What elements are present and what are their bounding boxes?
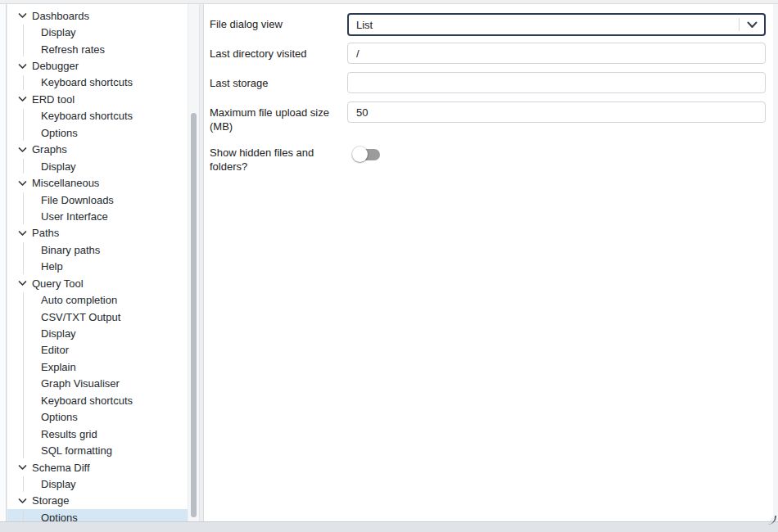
last-storage-input[interactable]: [347, 72, 766, 93]
chevron-down-icon[interactable]: [18, 96, 27, 102]
sidebar-item-miscellaneous-user-interface[interactable]: User Interface: [7, 208, 199, 224]
form-row-last-storage: Last storage: [210, 72, 766, 93]
sidebar-group-debugger[interactable]: Debugger: [7, 57, 199, 74]
sidebar-item-query-tool-explain[interactable]: Explain: [7, 358, 199, 375]
sidebar-group-label: Paths: [32, 227, 59, 239]
sidebar-group-children: Binary pathsHelp: [7, 241, 199, 275]
chevron-down-icon[interactable]: [18, 230, 27, 237]
form-row-show-hidden-files-and-folders: Show hidden files and folders?: [210, 142, 766, 174]
sidebar-item-query-tool-keyboard-shortcuts[interactable]: Keyboard shortcuts: [7, 392, 199, 408]
field-control: [347, 142, 766, 174]
sidebar-scrollbar[interactable]: [188, 4, 199, 521]
sidebar-item-label: Keyboard shortcuts: [41, 394, 133, 407]
preferences-form: File dialog viewListLast directory visit…: [210, 13, 766, 174]
form-row-maximum-file-upload-size-mb: Maximum file upload size (MB): [210, 101, 766, 133]
sidebar-item-debugger-keyboard-shortcuts[interactable]: Keyboard shortcuts: [7, 74, 199, 91]
sidebar-item-query-tool-editor[interactable]: Editor: [7, 342, 199, 358]
form-row-last-directory-visited: Last directory visited: [210, 43, 766, 64]
field-control: [347, 43, 766, 64]
sidebar-group-graphs[interactable]: Graphs: [7, 142, 199, 158]
preferences-form-panel: File dialog viewListLast directory visit…: [203, 4, 773, 521]
chevron-down-icon[interactable]: [18, 63, 27, 70]
sidebar-group-label: Debugger: [32, 60, 79, 72]
sidebar-item-miscellaneous-file-downloads[interactable]: File Downloads: [7, 192, 199, 208]
sidebar-item-graphs-display[interactable]: Display: [7, 158, 199, 174]
file-dialog-view-select[interactable]: List: [347, 13, 766, 36]
sidebar-group-schema-diff[interactable]: Schema Diff: [7, 459, 199, 476]
last-directory-visited-input[interactable]: [347, 43, 766, 64]
sidebar-item-label: Display: [41, 160, 76, 173]
sidebar-item-label: Options: [41, 411, 78, 423]
sidebar-group-label: Miscellaneous: [32, 177, 99, 189]
field-control: [347, 101, 766, 133]
sidebar-group-erd-tool[interactable]: ERD tool: [7, 91, 199, 107]
sidebar-group-children: Options: [7, 509, 199, 521]
sidebar-item-erd-tool-keyboard-shortcuts[interactable]: Keyboard shortcuts: [7, 108, 199, 124]
sidebar-item-label: SQL formatting: [41, 444, 112, 457]
sidebar-group-children: Keyboard shortcuts: [7, 74, 199, 91]
field-label-last-directory-visited: Last directory visited: [210, 43, 347, 64]
preferences-sidebar: DashboardsDisplayRefresh ratesDebuggerKe…: [7, 4, 200, 521]
sidebar-item-label: User Interface: [41, 210, 108, 223]
preferences-dialog: DashboardsDisplayRefresh ratesDebuggerKe…: [0, 0, 778, 532]
sidebar-item-schema-diff-display[interactable]: Display: [7, 476, 199, 492]
toggle-knob[interactable]: [352, 147, 368, 162]
sidebar-item-label: Binary paths: [41, 244, 100, 256]
chevron-down-icon[interactable]: [18, 12, 27, 19]
field-control: [347, 72, 766, 93]
sidebar-item-label: Auto completion: [41, 294, 117, 306]
window-right-edge: [773, 4, 778, 521]
sidebar-group-label: ERD tool: [32, 93, 75, 106]
maximum-file-upload-size-mb-input[interactable]: [347, 101, 766, 123]
sidebar-group-label: Graphs: [32, 143, 67, 156]
sidebar-group-label: Query Tool: [32, 277, 84, 290]
sidebar-item-storage-options[interactable]: Options: [7, 509, 199, 521]
sidebar-item-dashboards-refresh-rates[interactable]: Refresh rates: [7, 41, 199, 57]
sidebar-item-query-tool-auto-completion[interactable]: Auto completion: [7, 291, 199, 308]
sidebar-item-label: Graph Visualiser: [41, 377, 120, 390]
sidebar-item-paths-binary-paths[interactable]: Binary paths: [7, 241, 199, 258]
show-hidden-files-and-folders-toggle[interactable]: [352, 147, 380, 163]
sidebar-group-children: Keyboard shortcutsOptions: [7, 108, 199, 142]
sidebar-item-query-tool-options[interactable]: Options: [7, 409, 199, 426]
sidebar-item-label: CSV/TXT Output: [41, 311, 120, 323]
sidebar-item-query-tool-sql-formatting[interactable]: SQL formatting: [7, 442, 199, 458]
chevron-down-icon[interactable]: [18, 464, 27, 471]
sidebar-group-children: DisplayRefresh rates: [7, 24, 199, 57]
sidebar-group-label: Storage: [32, 494, 70, 507]
chevron-down-icon[interactable]: [18, 498, 27, 504]
sidebar-group-storage[interactable]: Storage: [7, 493, 199, 509]
chevron-down-icon[interactable]: [18, 147, 27, 153]
sidebar-item-label: Refresh rates: [41, 43, 105, 56]
sidebar-group-query-tool[interactable]: Query Tool: [7, 275, 199, 291]
sidebar-group-paths[interactable]: Paths: [7, 225, 199, 241]
sidebar-item-query-tool-graph-visualiser[interactable]: Graph Visualiser: [7, 376, 199, 392]
sidebar-group-miscellaneous[interactable]: Miscellaneous: [7, 174, 199, 191]
window-left-edge: [0, 4, 7, 521]
sidebar-item-label: File Downloads: [41, 194, 114, 206]
sidebar-group-children: File DownloadsUser Interface: [7, 192, 199, 225]
sidebar-item-query-tool-results-grid[interactable]: Results grid: [7, 426, 199, 442]
sidebar-scrollbar-thumb[interactable]: [191, 113, 197, 517]
sidebar-group-children: Display: [7, 476, 199, 492]
sidebar-item-label: Help: [41, 260, 63, 273]
sidebar-item-label: Options: [41, 512, 78, 521]
field-label-show-hidden-files-and-folders: Show hidden files and folders?: [210, 142, 347, 174]
sidebar-item-query-tool-csv-txt-output[interactable]: CSV/TXT Output: [7, 309, 199, 325]
sidebar-item-paths-help[interactable]: Help: [7, 259, 199, 275]
sidebar-item-label: Explain: [41, 361, 76, 373]
sidebar-item-label: Display: [41, 327, 76, 340]
sidebar-group-dashboards[interactable]: Dashboards: [7, 7, 199, 24]
chevron-down-icon[interactable]: [18, 180, 27, 187]
sidebar-item-erd-tool-options[interactable]: Options: [7, 124, 199, 141]
sidebar-item-label: Display: [41, 478, 76, 490]
chevron-down-icon[interactable]: [740, 21, 764, 29]
chevron-down-icon[interactable]: [18, 280, 27, 286]
sidebar-item-label: Display: [41, 26, 76, 38]
sidebar-item-label: Keyboard shortcuts: [41, 110, 133, 122]
sidebar-item-dashboards-display[interactable]: Display: [7, 24, 199, 40]
form-row-file-dialog-view: File dialog viewList: [210, 13, 766, 36]
sidebar-item-label: Editor: [41, 344, 69, 356]
sidebar-item-query-tool-display[interactable]: Display: [7, 325, 199, 341]
sidebar-item-label: Options: [41, 127, 78, 139]
